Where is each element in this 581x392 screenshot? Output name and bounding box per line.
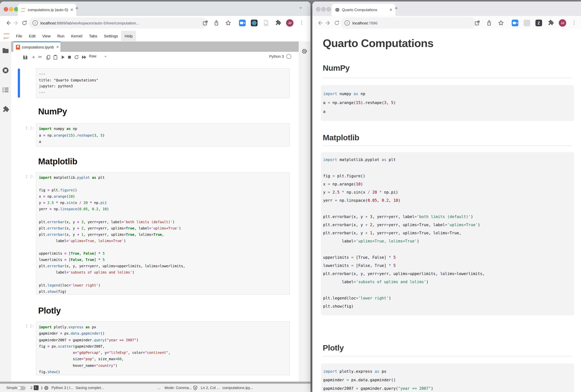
property-inspector-gear-icon[interactable] [301, 48, 308, 54]
code-line: --- [39, 71, 290, 77]
run-all-icon[interactable] [81, 54, 87, 60]
menu-file[interactable]: File [12, 31, 26, 41]
url-text[interactable]: localhost:8889/lab/workspaces/auto-S/tre… [40, 21, 139, 25]
stop-kernel-icon[interactable] [67, 54, 72, 60]
menu-tabs[interactable]: Tabs [86, 31, 100, 41]
puzzle-extension-icon[interactable] [274, 20, 281, 26]
bookmark-star-icon[interactable] [225, 20, 231, 26]
menu-kernel[interactable]: Kernel [68, 31, 86, 41]
close-window-button[interactable] [316, 7, 320, 11]
close-notebook-tab-icon[interactable]: ✕ [55, 45, 60, 49]
forward-icon[interactable] [325, 20, 331, 26]
notebook-file-tab[interactable]: computations.ipynb ✕ [13, 41, 60, 52]
close-window-button[interactable] [4, 7, 8, 11]
close-tab-icon[interactable]: ✕ [69, 8, 75, 12]
url-text[interactable]: localhost:7896 [352, 21, 378, 25]
code-line: plt.errorbar(x, y + 1, yerr=yerr, uplims… [39, 231, 290, 238]
code-line: yerr = np.linspace(0.05, 0.2, 10) [39, 206, 290, 212]
forward-icon[interactable] [13, 20, 19, 26]
copy-cell-icon[interactable] [46, 54, 51, 60]
tab-title: computations.ip (auto-S) - Jup [28, 8, 69, 12]
extension-manager-icon[interactable] [2, 106, 9, 113]
minimize-window-button[interactable] [9, 7, 13, 11]
code-line: yerr = np.linspace(0.05, 0.2, 10) [323, 196, 574, 204]
code-line: import matplotlib.pyplot as plt [323, 156, 574, 164]
back-icon[interactable] [5, 20, 11, 26]
zoom-extension-icon[interactable] [512, 20, 518, 26]
browser-menu-icon[interactable]: ⋮ [572, 20, 576, 25]
numpy-section-heading: NumPy [323, 64, 572, 78]
notebook-file-icon [16, 45, 20, 49]
bookmark-star-icon[interactable] [498, 20, 504, 26]
menu-settings[interactable]: Settings [100, 31, 121, 41]
address-bar[interactable]: i localhost:7896 [341, 17, 476, 28]
code-line: y = 2.5 * np.sin(x / 20 * np.pi) [39, 200, 290, 206]
site-info-icon[interactable]: i [344, 20, 350, 25]
menu-view[interactable]: View [39, 31, 54, 41]
browser-tab[interactable]: Quarto Computations ✕ [332, 4, 395, 16]
menu-help[interactable]: Help [121, 31, 136, 41]
react-extension-icon[interactable] [251, 20, 258, 26]
disabled-extension-icon[interactable] [524, 20, 530, 26]
minimize-window-button[interactable] [321, 7, 326, 11]
share-icon[interactable] [214, 20, 219, 26]
cell-type-dropdown[interactable]: Raw [89, 54, 111, 58]
simple-mode-toggle[interactable] [17, 386, 26, 390]
running-kernels-icon[interactable] [2, 67, 9, 74]
save-icon[interactable] [22, 54, 28, 60]
run-cell-icon[interactable] [60, 54, 66, 60]
trust-shield-icon[interactable] [193, 385, 198, 391]
open-in-new-icon[interactable] [474, 20, 480, 26]
code-line: y = 2.5 * np.sin(x / 20 * np.pi) [323, 188, 574, 196]
share-icon[interactable] [486, 20, 492, 26]
matplotlib-cell-editor[interactable]: import matplotlib.pyplot as plt fig = pl… [36, 172, 290, 295]
raw-cell-editor[interactable]: ---title: "Quarto Computations"jupyter: … [36, 68, 290, 98]
jupyter-favicon [21, 7, 26, 12]
restart-kernel-icon[interactable] [74, 54, 79, 60]
kernel-count[interactable]: 1 [41, 386, 43, 390]
jupyterlab-browser-window: computations.ip (auto-S) - Jup ✕ + ⌄ i l… [0, 1, 310, 392]
code-line: plt.errorbar(x, y + 1, yerr=yerr, uplims… [323, 229, 574, 237]
open-in-new-icon[interactable] [202, 20, 208, 26]
paste-cell-icon[interactable] [52, 54, 58, 60]
profile-avatar[interactable]: JJ [559, 19, 566, 27]
terminal-count[interactable]: 2 [30, 386, 32, 390]
plotly-heading: Plotly [38, 306, 61, 316]
menu-run[interactable]: Run [54, 31, 68, 41]
back-icon[interactable] [317, 20, 323, 26]
puzzle-extension-icon[interactable] [547, 20, 554, 26]
code-line [39, 181, 290, 187]
kernel-status-text[interactable]: Python 3 | I... [52, 386, 73, 390]
file-browser-icon[interactable] [2, 47, 9, 54]
browser-tab[interactable]: computations.ip (auto-S) - Jup ✕ [18, 4, 76, 16]
reload-icon[interactable] [334, 20, 340, 26]
code-line: gapminder2007 = gapminder.query("year ==… [323, 384, 574, 392]
zoom-window-button[interactable] [326, 7, 331, 11]
code-line: plt.errorbar(x, y, yerr=yerr, uplims=upp… [39, 263, 290, 269]
address-bar[interactable]: i localhost:8889/lab/workspaces/auto-S/t… [29, 17, 208, 28]
table-of-contents-icon[interactable] [2, 86, 9, 94]
add-cell-icon[interactable]: + [31, 54, 36, 60]
cut-cell-icon[interactable]: ✂ [38, 54, 44, 60]
kernel-status-icon[interactable] [286, 54, 291, 59]
tab-overflow-chevron-icon[interactable]: ⌄ [299, 4, 303, 10]
plotly-cell-editor[interactable]: import plotly.express as pxgapminder = p… [36, 321, 290, 375]
mode-indicator[interactable]: Mode: Comma... [164, 386, 192, 390]
numpy-cell-editor[interactable]: import numpy as npa = np.arange(15).resh… [36, 123, 290, 147]
z-extension-icon[interactable]: Z [536, 20, 542, 26]
kernel-name-button[interactable]: Python 3 [269, 54, 284, 58]
new-tab-button[interactable]: + [394, 5, 398, 11]
menu-edit[interactable]: Edit [26, 31, 39, 41]
site-info-icon[interactable]: i [32, 20, 38, 25]
new-tab-button[interactable]: + [75, 5, 78, 11]
active-cell-indicator[interactable] [18, 68, 20, 98]
profile-avatar[interactable]: JJ [286, 19, 294, 27]
cursor-position[interactable]: Ln 2, Col ... [201, 386, 220, 390]
code-line: jupyter: python3 [39, 83, 290, 89]
zoom-extension-icon[interactable] [239, 20, 246, 26]
close-tab-icon[interactable]: ✕ [388, 8, 394, 12]
browser-menu-icon[interactable]: ⋮ [300, 20, 304, 25]
reload-icon[interactable] [22, 20, 28, 26]
docs-extension-icon[interactable] [263, 20, 270, 26]
cell-type-chevron-icon[interactable]: ⌄ [104, 53, 107, 58]
